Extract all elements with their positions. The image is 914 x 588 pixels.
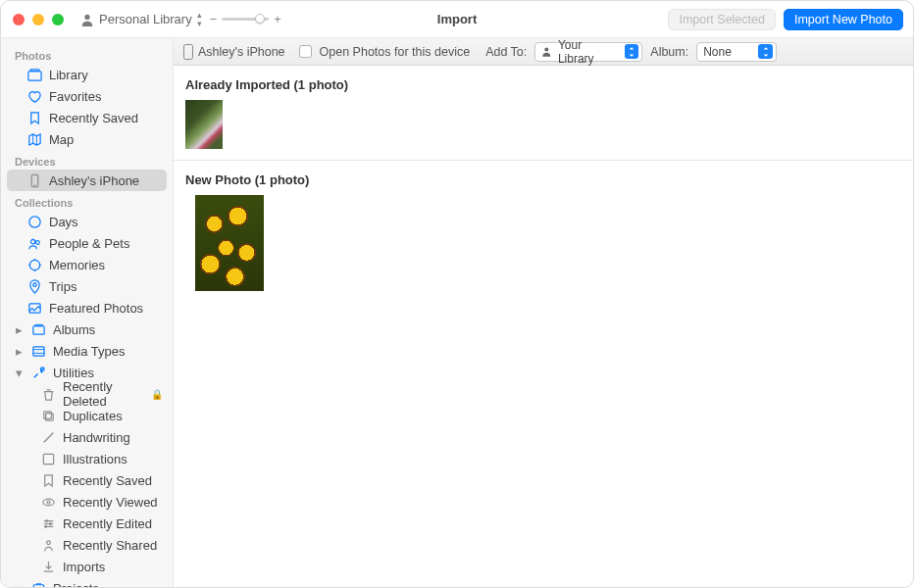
- album-popup[interactable]: None: [696, 42, 777, 62]
- phone-icon: [26, 172, 42, 188]
- sidebar-item-label: Days: [49, 215, 78, 229]
- imports-icon: [40, 559, 56, 574]
- open-photos-checkbox[interactable]: [299, 45, 312, 58]
- svg-point-6: [30, 239, 34, 243]
- svg-rect-13: [32, 346, 43, 355]
- sidebar-header-photos: Photos: [1, 44, 173, 64]
- library-chooser[interactable]: Personal Library ▴▾: [80, 11, 202, 28]
- memories-icon: [26, 257, 42, 272]
- sidebar-item-library[interactable]: Library: [7, 64, 167, 85]
- slider-thumb[interactable]: [255, 14, 265, 24]
- photo-thumbnail[interactable]: [195, 195, 264, 291]
- zoom-in-label: +: [274, 12, 281, 26]
- sidebar-item-favorites[interactable]: Favorites: [7, 85, 167, 107]
- import-content: Already Imported (1 photo) New Photo (1 …: [174, 66, 913, 587]
- add-to-value: Your Library: [558, 38, 619, 66]
- sidebar-item-imports[interactable]: Imports: [7, 556, 167, 577]
- media-types-icon: [30, 343, 46, 359]
- sidebar-item-label: Featured Photos: [49, 301, 143, 316]
- chevron-right-icon[interactable]: ▸: [15, 325, 24, 334]
- library-icon: [26, 67, 42, 82]
- library-chooser-label: Personal Library: [99, 12, 192, 26]
- sidebar-item-recently-saved[interactable]: Recently Saved: [7, 107, 167, 128]
- svg-point-4: [33, 184, 34, 185]
- sidebar-item-label: Duplicates: [63, 409, 123, 423]
- sidebar-item-featured-photos[interactable]: Featured Photos: [7, 297, 167, 318]
- svg-rect-17: [43, 454, 53, 464]
- new-photo-header: New Photo (1 photo): [174, 161, 913, 195]
- new-photo-thumbs: [174, 195, 913, 294]
- calendar-icon: [26, 214, 42, 229]
- sidebar-item-memories[interactable]: Memories: [7, 254, 167, 275]
- sidebar-item-projects[interactable]: ▸ Projects: [7, 577, 167, 587]
- sidebar-item-illustrations[interactable]: Illustrations: [7, 448, 167, 469]
- sidebar-item-label: People & Pets: [49, 236, 129, 251]
- sidebar-item-label: Utilities: [53, 366, 94, 380]
- sidebar-item-label: Recently Saved: [49, 111, 138, 125]
- duplicates-icon: [40, 408, 56, 423]
- svg-point-18: [42, 499, 53, 506]
- sidebar-item-recently-shared[interactable]: Recently Shared: [7, 534, 167, 556]
- svg-rect-11: [32, 325, 43, 333]
- minimize-window-button[interactable]: [32, 14, 44, 25]
- sidebar-item-label: Recently Saved: [63, 473, 152, 488]
- sidebar-item-label: Recently Shared: [63, 538, 157, 553]
- close-window-button[interactable]: [13, 14, 25, 25]
- svg-point-0: [84, 14, 89, 19]
- fullscreen-window-button[interactable]: [52, 14, 64, 25]
- svg-rect-24: [33, 584, 43, 587]
- album-label: Album:: [650, 45, 688, 59]
- sidebar-item-device-iphone[interactable]: Ashley's iPhone: [7, 170, 167, 191]
- sidebar-item-recently-edited[interactable]: Recently Edited: [7, 513, 167, 534]
- svg-point-22: [44, 525, 46, 527]
- person-icon: [80, 13, 94, 26]
- device-indicator: Ashley's iPhone: [183, 44, 285, 60]
- zoom-slider[interactable]: − +: [210, 12, 281, 26]
- svg-point-23: [46, 540, 50, 544]
- projects-icon: [30, 580, 46, 587]
- updown-chevron-icon: ▴▾: [197, 11, 202, 28]
- sidebar-item-label: Memories: [49, 258, 105, 272]
- trash-icon: [40, 386, 56, 402]
- sidebar-item-albums[interactable]: ▸ Albums: [7, 318, 167, 340]
- already-imported-header: Already Imported (1 photo): [174, 66, 913, 100]
- svg-point-8: [29, 260, 39, 270]
- sidebar-item-media-types[interactable]: ▸ Media Types: [7, 340, 167, 362]
- sidebar-item-recently-saved-util[interactable]: Recently Saved: [7, 469, 167, 491]
- sidebar-item-trips[interactable]: Trips: [7, 275, 167, 297]
- sidebar-item-recently-viewed[interactable]: Recently Viewed: [7, 491, 167, 513]
- sidebar-item-recently-deleted[interactable]: Recently Deleted 🔒: [7, 383, 167, 405]
- bookmark-icon: [40, 472, 56, 488]
- person-icon: [541, 46, 552, 57]
- add-to-popup[interactable]: Your Library: [534, 42, 642, 62]
- eye-icon: [40, 494, 56, 510]
- already-imported-thumbs: [174, 100, 913, 152]
- svg-point-19: [47, 501, 50, 504]
- svg-point-20: [45, 519, 47, 521]
- chevron-down-icon[interactable]: ▾: [15, 368, 24, 377]
- zoom-out-label: −: [210, 12, 218, 26]
- import-selected-button: Import Selected: [668, 9, 776, 30]
- sidebar-item-label: Recently Viewed: [63, 495, 158, 510]
- photo-thumbnail[interactable]: [185, 100, 223, 149]
- add-to-label: Add To:: [485, 45, 527, 59]
- slider-track[interactable]: [222, 18, 269, 21]
- shared-icon: [40, 537, 56, 553]
- sidebar-item-map[interactable]: Map: [7, 128, 167, 150]
- sidebar-item-days[interactable]: Days: [7, 211, 167, 232]
- chevron-right-icon[interactable]: ▸: [15, 347, 24, 356]
- svg-point-5: [28, 216, 39, 226]
- svg-point-25: [545, 48, 549, 52]
- sidebar-item-label: Library: [49, 68, 88, 82]
- device-name-label: Ashley's iPhone: [198, 45, 285, 59]
- sidebar-item-label: Trips: [49, 279, 76, 294]
- sidebar-item-people-pets[interactable]: People & Pets: [7, 232, 167, 254]
- chevron-right-icon[interactable]: ▸: [15, 584, 24, 588]
- phone-icon: [183, 44, 193, 60]
- map-icon: [26, 131, 42, 147]
- import-new-photo-button[interactable]: Import New Photo: [784, 9, 903, 30]
- window-title: Import: [437, 12, 477, 26]
- svg-rect-2: [29, 69, 38, 71]
- sidebar-item-handwriting[interactable]: Handwriting: [7, 426, 167, 448]
- sidebar-header-collections: Collections: [1, 191, 173, 211]
